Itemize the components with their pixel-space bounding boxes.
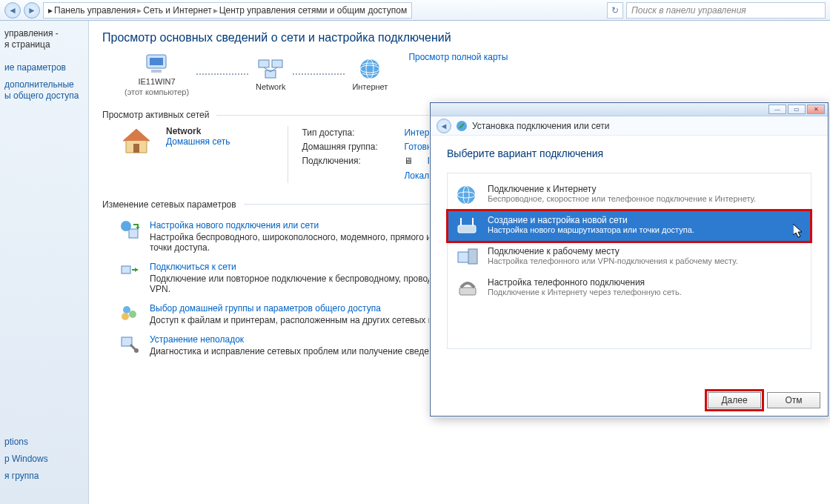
wizard-back-button[interactable]: ◄ <box>436 119 451 133</box>
homegroup-icon <box>120 303 139 322</box>
refresh-button[interactable]: ↻ <box>607 2 623 19</box>
svg-point-20 <box>129 311 136 318</box>
breadcrumb[interactable]: ▸ Панель управления ▸ Сеть и Интернет ▸ … <box>43 2 412 19</box>
wizard-header: ◄ Установка подключения или сети <box>431 116 828 136</box>
svg-rect-1 <box>150 58 163 65</box>
page-title: Просмотр основных сведений о сети и наст… <box>102 31 817 44</box>
chevron-right-icon: ▸ <box>213 5 218 16</box>
sidebar-footer-link[interactable]: р Windows <box>4 454 48 465</box>
wizard-heading: Выберите вариант подключения <box>447 147 811 159</box>
nav-back-button[interactable]: ◄ <box>4 2 21 19</box>
svg-rect-4 <box>272 60 282 67</box>
svg-point-21 <box>122 313 129 320</box>
connect-icon <box>120 262 139 281</box>
task-link[interactable]: Устранение неполадок <box>150 334 468 345</box>
node-sublabel: (этот компьютер) <box>124 87 189 96</box>
mouse-cursor-icon <box>793 224 803 239</box>
sidebar-item-advanced-sharing[interactable]: дополнительные ы общего доступа <box>4 79 84 102</box>
chevron-right-icon: ▸ <box>137 5 142 16</box>
section-label: Просмотр активных сетей <box>102 110 209 120</box>
option-title: Настройка телефонного подключения <box>488 277 682 288</box>
router-icon <box>455 215 480 237</box>
search-input[interactable]: Поиск в панели управления <box>626 2 826 19</box>
svg-rect-17 <box>122 266 130 273</box>
wizard-option-internet[interactable]: Подключение к Интернету Беспроводное, ск… <box>448 179 811 210</box>
svg-rect-2 <box>151 70 162 73</box>
nav-forward-button[interactable]: ► <box>24 2 40 19</box>
option-desc: Настройка нового маршрутизатора или точк… <box>488 225 694 234</box>
close-button[interactable]: ✕ <box>807 105 825 114</box>
breadcrumb-item[interactable]: Панель управления <box>54 5 136 16</box>
sidebar-item-adapter-settings[interactable]: ие параметров <box>4 62 84 73</box>
sidebar: управления - я страница ие параметров до… <box>0 21 89 504</box>
search-placeholder: Поиск в панели управления <box>631 5 746 16</box>
wizard-option-workplace[interactable]: Подключение к рабочему месту Настройка т… <box>448 242 811 273</box>
network-node-network[interactable]: Network <box>256 57 285 91</box>
breadcrumb-item[interactable]: Сеть и Интернет <box>143 5 211 16</box>
network-node-this-pc[interactable]: IE11WIN7 (этот компьютер) <box>124 52 189 96</box>
wizard-options-list: Подключение к Интернету Беспроводное, ск… <box>447 173 811 349</box>
connection-wizard-dialog: — ▭ ✕ ◄ Установка подключения или сети В… <box>430 102 829 417</box>
prop-value-link[interactable]: Готовн <box>404 140 431 154</box>
network-properties: Тип доступа:Интерн Домашняя группа:Готов… <box>288 126 453 183</box>
minimize-button[interactable]: — <box>768 105 786 114</box>
wizard-body: Выберите вариант подключения Подключение… <box>431 136 828 349</box>
node-label: IE11WIN7 <box>138 77 175 86</box>
network-map: IE11WIN7 (этот компьютер) Network Интерн… <box>124 52 388 96</box>
network-name: Network <box>166 126 230 136</box>
svg-marker-18 <box>135 268 138 272</box>
svg-point-19 <box>123 306 130 314</box>
prop-key: Тип доступа: <box>302 126 398 140</box>
svg-rect-28 <box>458 225 476 233</box>
cancel-button[interactable]: Отм <box>767 392 820 408</box>
network-icon <box>256 57 285 81</box>
svg-marker-31 <box>793 224 802 237</box>
wizard-titlebar[interactable]: — ▭ ✕ <box>431 103 828 116</box>
svg-rect-15 <box>129 229 138 238</box>
sidebar-footer-link[interactable]: ptions <box>4 437 48 448</box>
network-type-link[interactable]: Домашняя сеть <box>166 136 230 147</box>
wizard-option-dialup[interactable]: Настройка телефонного подключения Подклю… <box>448 273 811 304</box>
node-label: Network <box>256 82 285 91</box>
node-label: Интернет <box>352 82 388 91</box>
breadcrumb-item[interactable]: Центр управления сетями и общим доступом <box>219 5 408 16</box>
connection-line <box>293 73 345 75</box>
globe-icon <box>355 57 385 81</box>
connection-wizard-icon <box>120 220 139 239</box>
svg-point-23 <box>134 348 139 353</box>
sidebar-footer: ptions р Windows я группа <box>4 437 48 488</box>
prop-key: Подключения: <box>302 154 398 168</box>
sidebar-footer-link[interactable]: я группа <box>4 471 48 482</box>
svg-point-25 <box>457 186 475 204</box>
svg-rect-3 <box>259 60 269 67</box>
network-node-internet[interactable]: Интернет <box>352 57 388 91</box>
breadcrumb-root-icon: ▸ <box>48 5 53 16</box>
full-map-link[interactable]: Просмотр полной карты <box>408 52 508 62</box>
workplace-icon <box>455 246 480 268</box>
option-title: Подключение к Интернету <box>488 184 756 194</box>
globe-icon <box>455 184 480 206</box>
option-desc: Беспроводное, скоростное или телефонное … <box>488 194 756 203</box>
option-desc: Подключение к Интернету через телефонную… <box>488 288 682 296</box>
svg-marker-12 <box>123 129 150 141</box>
phone-icon <box>455 277 480 299</box>
svg-rect-34 <box>459 288 476 295</box>
next-button[interactable]: Далее <box>708 392 761 408</box>
troubleshoot-icon <box>120 334 139 354</box>
computer-icon <box>142 52 172 76</box>
home-network-icon <box>120 126 153 156</box>
svg-rect-13 <box>133 144 139 153</box>
option-desc: Настройка телефонного или VPN-подключени… <box>488 256 738 265</box>
maximize-button[interactable]: ▭ <box>788 105 806 114</box>
monitor-icon: 🖥 <box>404 154 413 168</box>
svg-rect-33 <box>468 249 477 264</box>
section-label: Изменение сетевых параметров <box>102 199 236 210</box>
wizard-option-new-network[interactable]: Создание и настройка новой сети Настройк… <box>448 210 811 242</box>
wizard-footer: Далее Отм <box>708 392 820 408</box>
task-desc: Диагностика и исправление сетевых пробле… <box>150 346 468 357</box>
connection-line <box>196 73 248 75</box>
option-title: Создание и настройка новой сети <box>488 215 694 225</box>
wizard-app-icon <box>456 120 468 132</box>
wizard-caption: Установка подключения или сети <box>472 121 609 131</box>
svg-point-8 <box>360 59 379 79</box>
